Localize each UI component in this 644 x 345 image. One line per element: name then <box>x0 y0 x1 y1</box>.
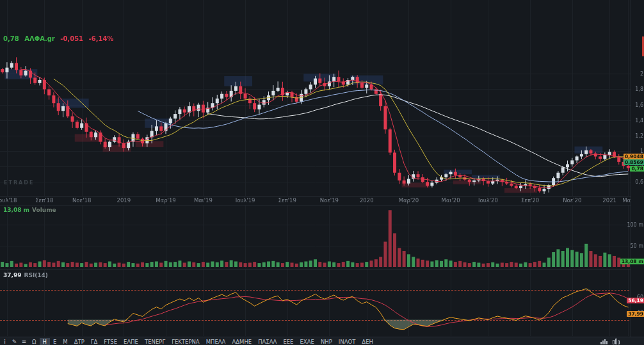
toolbar-item-εχαε[interactable]: ΕΧΑΕ <box>297 338 318 345</box>
list-icon[interactable]: ≡ <box>19 338 29 345</box>
rsi-pane-label: 37,99RSI(14) <box>3 272 48 278</box>
toolbar-item-γδ[interactable]: ΓΔ <box>88 338 101 345</box>
toolbar-item-μ[interactable]: Μ <box>60 338 70 345</box>
x-axis-label: 2019 <box>117 197 131 204</box>
toolbar-item-ω[interactable]: Ω <box>29 338 40 345</box>
axis-tick-label: 2 <box>640 71 643 77</box>
x-axis-label: Σεπ'18 <box>35 197 53 204</box>
bottom-toolbar: i✎≡ ΩΗΕΜΔΤΡΓΔFTSEΕΛΠΕΤΕΝΕΡΓΓΕΚΤΕΡΝΑΜΠΕΛΑ… <box>0 337 644 345</box>
x-axis-label: Σεπ'20 <box>521 197 539 204</box>
axis-tick-label: 1,8 <box>635 86 643 92</box>
toolbar-item-αδμηε[interactable]: ΑΔΜΗΕ <box>229 338 255 345</box>
price-axis-badge: 0,9048 <box>624 154 644 159</box>
x-axis-label: Μαρ'20 <box>399 197 419 204</box>
x-axis-label: Ιουλ'18 <box>0 197 17 204</box>
symbol-label: ΑΛΦΑ.gr <box>24 35 55 42</box>
x-axis-label: Ιουλ'20 <box>478 197 498 204</box>
chart-canvas[interactable] <box>0 0 631 337</box>
x-axis-label: Σεπ'19 <box>278 197 296 204</box>
toolbar-item-πασαλ[interactable]: ΠΑΣΑΛ <box>255 338 280 345</box>
toolbar-item-η[interactable]: Η <box>40 338 50 345</box>
toolbar-item-ε[interactable]: Ε <box>50 338 60 345</box>
draw-icon[interactable]: ✎ <box>10 338 19 345</box>
x-axis-label: Ιουλ'19 <box>236 197 255 204</box>
toolbar-item-εεε[interactable]: ΕΕΕ <box>280 338 296 345</box>
volume-profile-icon[interactable] <box>600 339 608 344</box>
toolbar-item-νηρ[interactable]: ΝΗΡ <box>318 338 335 345</box>
x-axis-label: Νοε'19 <box>320 197 339 204</box>
x-axis-label: Νοε'20 <box>563 197 581 204</box>
toolbar-item-ftse[interactable]: FTSE <box>101 338 120 345</box>
axis-tick-label: 1,6 <box>635 102 643 108</box>
toolbar-item-ελπε[interactable]: ΕΛΠΕ <box>120 338 141 345</box>
toolbar-item-δτρ[interactable]: ΔΤΡ <box>71 338 88 345</box>
price-axis-badge: 0,78 <box>630 166 644 172</box>
volume-indicator-name: Volume <box>32 207 56 213</box>
rsi-indicator-name: RSI(14) <box>24 272 48 278</box>
price-change: -0,051 <box>60 35 83 42</box>
chart-columns-icon[interactable] <box>613 339 620 344</box>
x-axis-label: 2020 <box>360 197 374 204</box>
toolbar-item-μπελα[interactable]: ΜΠΕΛΑ <box>203 338 229 345</box>
info-icon[interactable]: i <box>0 338 10 345</box>
toolbar-item-ινλοτ[interactable]: ΙΝΛΟΤ <box>335 338 359 345</box>
x-axis-label: 2021 <box>602 197 616 204</box>
platform-watermark: ETRADE <box>4 180 34 186</box>
rsi-axis-badge: 37,99 <box>627 311 644 317</box>
price-axis-badge: 0,8569 <box>624 159 644 165</box>
x-axis-label: Μαι'20 <box>442 197 460 204</box>
rsi-axis-badge: 56,19 <box>627 298 644 303</box>
volume-value: 13,08 m <box>3 207 29 213</box>
axis-tick-label: 100 m <box>627 222 643 228</box>
trading-app-window: 0,78 ΑΛΦΑ.gr -0,051 -6,14% ETRADE 13,08 … <box>0 0 644 345</box>
volume-pane-label: 13,08 mVolume <box>3 207 56 213</box>
last-price: 0,78 <box>3 35 19 42</box>
rsi-value: 37,99 <box>3 272 21 278</box>
x-axis-label: Μαρ'19 <box>156 197 176 204</box>
toolbar-item-δεη[interactable]: ΔΕΗ <box>358 338 376 345</box>
axis-tick-label: 50 m <box>630 243 643 249</box>
axis-tick-label: 1,2 <box>635 133 643 139</box>
axis-tick-label: 1,4 <box>635 118 643 124</box>
toolbar-item-γεκτερνα[interactable]: ΓΕΚΤΕΡΝΑ <box>168 338 203 345</box>
toolbar-item-τενεργ[interactable]: ΤΕΝΕΡΓ <box>141 338 168 345</box>
x-axis-label: Νοε'18 <box>72 197 91 204</box>
x-axis[interactable]: Ιουλ'18Σεπ'18Νοε'182019Μαρ'19Μαι'19Ιουλ'… <box>0 196 631 205</box>
axis-tick-label: 0,6 <box>635 179 643 185</box>
quote-line: 0,78 ΑΛΦΑ.gr -0,051 -6,14% <box>3 35 117 42</box>
price-change-pct: -6,14% <box>89 35 114 42</box>
x-axis-label: Μαι'19 <box>194 197 213 204</box>
volume-axis-badge: 13,08 m <box>620 259 644 264</box>
price-axis[interactable]: 21,81,61,41,210,80,6100 m50 m60400,90480… <box>631 0 644 337</box>
